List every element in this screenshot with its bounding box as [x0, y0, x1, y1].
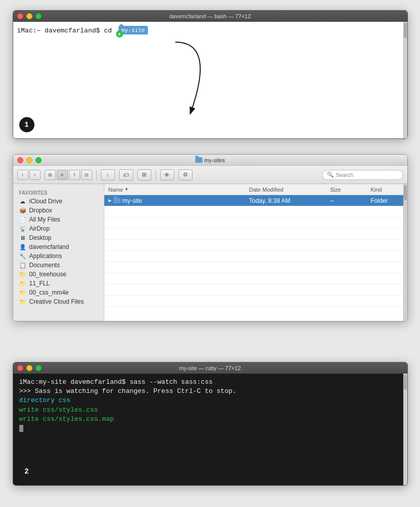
- mysite-folder-icon: [113, 198, 121, 203]
- sidebar-item-creative-cloud[interactable]: 📁 Creative Cloud Files: [13, 297, 104, 306]
- empty-row-7: [104, 273, 407, 284]
- sidebar-item-dropbox[interactable]: 📦 Dropbox: [13, 206, 104, 215]
- arrange-button[interactable]: ⊞: [137, 169, 151, 180]
- search-box[interactable]: 🔍 Search: [322, 170, 403, 180]
- finder-folder-icon: [195, 157, 202, 163]
- list-view-button[interactable]: ≡: [57, 170, 68, 180]
- finder-scrollbar[interactable]: [403, 184, 407, 321]
- close-button-1[interactable]: [17, 13, 23, 19]
- traffic-lights-2: [17, 365, 42, 371]
- documents-icon: 📋: [19, 262, 26, 269]
- eye-button[interactable]: 👁: [160, 169, 174, 180]
- sidebar-item-documents[interactable]: 📋 Documents: [13, 261, 104, 270]
- css-mm4e-icon: 📁: [19, 289, 26, 296]
- finder-minimize-button[interactable]: [26, 157, 32, 163]
- terminal2-prompt: iMac:my-site davemcfarland$ sass --watch…: [19, 378, 213, 386]
- back-button[interactable]: ‹: [17, 170, 28, 180]
- scrollbar-1[interactable]: [403, 22, 407, 138]
- sidebar-item-applications[interactable]: 🔧 Applications: [13, 251, 104, 261]
- terminal2-directory: directory css: [19, 396, 70, 404]
- terminal-title-2: my-site — ruby — 77×12: [179, 365, 241, 371]
- traffic-lights-finder: [17, 157, 42, 163]
- finder-titlebar: my-sites: [13, 155, 407, 166]
- finder-scrollbar-thumb[interactable]: [404, 185, 407, 200]
- creative-cloud-icon: 📁: [19, 298, 26, 305]
- scrollbar-2[interactable]: [403, 374, 407, 485]
- sidebar-item-all-files[interactable]: 📄 All My Files: [13, 215, 104, 224]
- sidebar-css-mm4e-label: 00_css_mm4e: [29, 289, 69, 296]
- finder-content: Favorites ☁ iCloud Drive 📦 Dropbox 📄 All…: [13, 184, 407, 321]
- finder-title-text: my-sites: [204, 157, 225, 163]
- terminal2-write1: write css/styles.css: [19, 406, 98, 414]
- finder-maximize-button[interactable]: [35, 157, 42, 163]
- search-placeholder: Search: [336, 172, 354, 178]
- terminal2-line5: write css/styles.css.map: [19, 415, 401, 424]
- sidebar-airdrop-label: AirDrop: [29, 225, 50, 232]
- terminal2-output1: >>> Sass is watching for changes. Press …: [19, 387, 237, 395]
- sidebar-item-css-mm4e[interactable]: 📁 00_css_mm4e: [13, 288, 104, 297]
- sidebar-item-user[interactable]: 👤 davemcfarland: [13, 242, 104, 251]
- sidebar-item-fll[interactable]: 📁 11_FLL: [13, 279, 104, 288]
- sidebar-documents-label: Documents: [29, 262, 60, 269]
- empty-row-6: [104, 262, 407, 273]
- mysite-name: my-site: [123, 197, 142, 204]
- view-buttons: ⊞ ≡ ⦀ ⊟: [45, 170, 92, 180]
- sidebar-dropbox-label: Dropbox: [29, 207, 52, 214]
- action-button[interactable]: ⚙: [178, 169, 193, 180]
- empty-row-5: [104, 251, 407, 262]
- finder-close-button[interactable]: [17, 157, 23, 163]
- sidebar-item-icloud[interactable]: ☁ iCloud Drive: [13, 197, 104, 206]
- terminal2-line3: directory css: [19, 396, 401, 405]
- sidebar-icloud-label: iCloud Drive: [29, 198, 62, 205]
- forward-button[interactable]: ›: [29, 170, 41, 180]
- empty-row-1: [104, 206, 407, 218]
- sidebar-favorites-label: Favorites: [13, 188, 104, 197]
- icloud-icon: ☁: [19, 198, 26, 205]
- all-files-icon: 📄: [19, 216, 26, 223]
- coverflow-button[interactable]: ⊟: [81, 170, 92, 180]
- icon-view-button[interactable]: ⊞: [45, 170, 56, 180]
- terminal-titlebar-2: my-site — ruby — 77×12: [13, 363, 407, 374]
- search-icon: 🔍: [327, 171, 334, 178]
- tag-button[interactable]: 🏷: [119, 169, 133, 180]
- column-name-header: Name ▼: [104, 187, 245, 193]
- terminal2-line1: iMac:my-site davemcfarland$ sass --watch…: [19, 378, 401, 387]
- minimize-button-1[interactable]: [26, 13, 32, 19]
- file-size-mysite: --: [326, 197, 367, 204]
- sidebar-item-airdrop[interactable]: 📡 AirDrop: [13, 224, 104, 233]
- terminal-window-1-container: davemcfarland — bash — 77×12 iMac:~ dave…: [13, 10, 408, 139]
- airdrop-icon: 📡: [19, 225, 26, 232]
- scrollbar-thumb-2[interactable]: [404, 375, 407, 390]
- desktop-icon: 🖥: [19, 234, 26, 241]
- terminal-title-1: davemcfarland — bash — 77×12: [169, 13, 251, 19]
- sidebar-user-label: davemcfarland: [29, 243, 69, 250]
- maximize-button-2[interactable]: [35, 365, 42, 371]
- column-view-button[interactable]: ⦀: [69, 170, 80, 180]
- scrollbar-thumb-1[interactable]: [404, 23, 407, 38]
- sidebar-item-desktop[interactable]: 🖥 Desktop: [13, 233, 104, 242]
- green-plus-icon: +: [116, 30, 123, 38]
- maximize-button-1[interactable]: [35, 13, 42, 19]
- close-button-2[interactable]: [17, 365, 23, 371]
- sidebar-desktop-label: Desktop: [29, 234, 52, 241]
- finder-title: my-sites: [195, 157, 225, 163]
- file-row-mysite[interactable]: ▶ my-site Today, 8:38 AM -- Folder: [104, 195, 407, 206]
- sidebar-item-treehouse[interactable]: 📁 00_treehouse: [13, 270, 104, 279]
- column-headers: Name ▼ Date Modified Size Kind: [104, 184, 407, 195]
- terminal-window-2: my-site — ruby — 77×12 iMac:my-site dave…: [13, 362, 408, 486]
- step-badge-2: 2: [19, 464, 34, 479]
- terminal-body-2: iMac:my-site davemcfarland$ sass --watch…: [13, 374, 407, 485]
- toolbar-divider-2: [156, 170, 156, 180]
- step-badge-1: 1: [19, 117, 34, 132]
- finder-toolbar: ‹ › ⊞ ≡ ⦀ ⊟ ↑ 🏷 ⊞ 👁 ⚙ 🔍 Search: [13, 166, 407, 184]
- arrow-annotation: [150, 32, 251, 133]
- sort-arrow: ▼: [125, 187, 129, 192]
- finder-window: my-sites ‹ › ⊞ ≡ ⦀ ⊟ ↑ 🏷 ⊞ 👁 ⚙ 🔍 Search …: [13, 154, 408, 321]
- sidebar-creative-cloud-label: Creative Cloud Files: [29, 298, 84, 305]
- sidebar-all-files-label: All My Files: [29, 216, 60, 223]
- sidebar: Favorites ☁ iCloud Drive 📦 Dropbox 📄 All…: [13, 184, 104, 321]
- empty-row-8: [104, 284, 407, 296]
- minimize-button-2[interactable]: [26, 365, 32, 371]
- share-button[interactable]: ↑: [101, 169, 115, 180]
- column-kind-header: Kind: [367, 187, 407, 193]
